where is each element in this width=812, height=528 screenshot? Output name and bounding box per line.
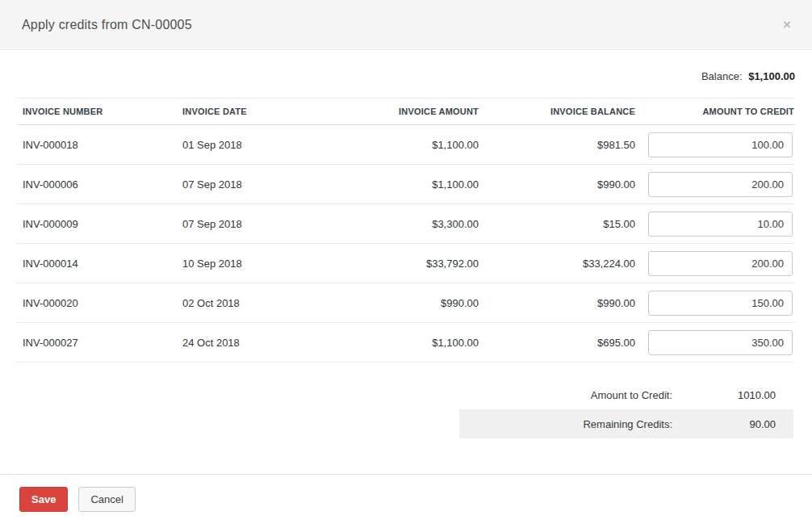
close-icon[interactable]: ×: [778, 15, 796, 35]
invoice-amount: $1,100.00: [329, 125, 479, 165]
invoice-date: 01 Sep 2018: [177, 125, 329, 165]
invoice-number: INV-000006: [17, 165, 177, 204]
invoice-date: 07 Sep 2018: [177, 204, 329, 244]
invoice-balance: $695.00: [479, 323, 636, 362]
col-invoice-number: INVOICE NUMBER: [17, 98, 177, 125]
amount-to-credit-total-label: Amount to Credit:: [459, 389, 672, 401]
amount-to-credit-input[interactable]: [648, 251, 793, 276]
invoice-number: INV-000009: [17, 204, 177, 244]
invoice-number: INV-000027: [17, 323, 177, 362]
amount-to-credit-input[interactable]: [648, 291, 793, 316]
table-row: INV-000014 10 Sep 2018 $33,792.00 $33,22…: [17, 244, 795, 283]
invoice-balance: $990.00: [479, 165, 636, 204]
invoice-amount: $33,792.00: [329, 244, 479, 283]
amount-to-credit-input[interactable]: [648, 172, 793, 197]
invoice-amount: $990.00: [329, 283, 479, 323]
table-row: INV-000018 01 Sep 2018 $1,100.00 $981.50: [17, 125, 795, 165]
save-button[interactable]: Save: [19, 487, 68, 512]
modal-footer: Save Cancel: [0, 474, 812, 528]
invoice-number: INV-000020: [17, 283, 177, 323]
modal-body: Balance: $1,100.00 INVOICE NUMBER INVOIC…: [0, 50, 812, 474]
table-row: INV-000006 07 Sep 2018 $1,100.00 $990.00: [17, 165, 795, 204]
invoice-balance: $15.00: [479, 204, 636, 244]
credit-summary: Amount to Credit: 1010.00 Remaining Cred…: [459, 380, 793, 438]
amount-to-credit-input[interactable]: [648, 330, 793, 355]
invoice-amount: $1,100.00: [329, 323, 479, 362]
col-invoice-amount: INVOICE AMOUNT: [329, 98, 479, 125]
table-row: INV-000020 02 Oct 2018 $990.00 $990.00: [17, 283, 795, 323]
table-header-row: INVOICE NUMBER INVOICE DATE INVOICE AMOU…: [17, 98, 795, 125]
remaining-credits-row: Remaining Credits: 90.00: [459, 409, 793, 438]
amount-to-credit-input[interactable]: [648, 132, 793, 157]
invoice-date: 02 Oct 2018: [177, 283, 329, 323]
amount-to-credit-input[interactable]: [648, 212, 793, 237]
balance-value: $1,100.00: [748, 70, 795, 82]
cancel-button[interactable]: Cancel: [78, 487, 135, 512]
col-amount-to-credit: AMOUNT TO CREDIT: [636, 98, 795, 125]
invoice-amount: $1,100.00: [329, 165, 479, 204]
invoices-table: INVOICE NUMBER INVOICE DATE INVOICE AMOU…: [17, 98, 795, 362]
credit-note-balance: Balance: $1,100.00: [17, 70, 795, 82]
invoice-date: 24 Oct 2018: [177, 323, 329, 362]
invoice-number: INV-000014: [17, 244, 177, 283]
balance-label: Balance:: [701, 70, 743, 82]
invoice-balance: $990.00: [479, 283, 636, 323]
modal-title: Apply credits from CN-00005: [22, 18, 192, 32]
invoice-number: INV-000018: [17, 125, 177, 165]
remaining-credits-value: 90.00: [672, 418, 793, 430]
amount-to-credit-total-row: Amount to Credit: 1010.00: [459, 380, 793, 409]
invoice-balance: $981.50: [479, 125, 636, 165]
amount-to-credit-total-value: 1010.00: [672, 389, 793, 401]
table-row: INV-000009 07 Sep 2018 $3,300.00 $15.00: [17, 204, 795, 244]
invoice-date: 07 Sep 2018: [177, 165, 329, 204]
invoice-amount: $3,300.00: [329, 204, 479, 244]
remaining-credits-label: Remaining Credits:: [459, 418, 672, 430]
invoice-date: 10 Sep 2018: [177, 244, 329, 283]
invoice-balance: $33,224.00: [479, 244, 636, 283]
apply-credits-modal: Apply credits from CN-00005 × Balance: $…: [0, 0, 812, 528]
col-invoice-balance: INVOICE BALANCE: [479, 98, 636, 125]
modal-header: Apply credits from CN-00005 ×: [0, 0, 812, 50]
table-row: INV-000027 24 Oct 2018 $1,100.00 $695.00: [17, 323, 795, 362]
col-invoice-date: INVOICE DATE: [177, 98, 329, 125]
